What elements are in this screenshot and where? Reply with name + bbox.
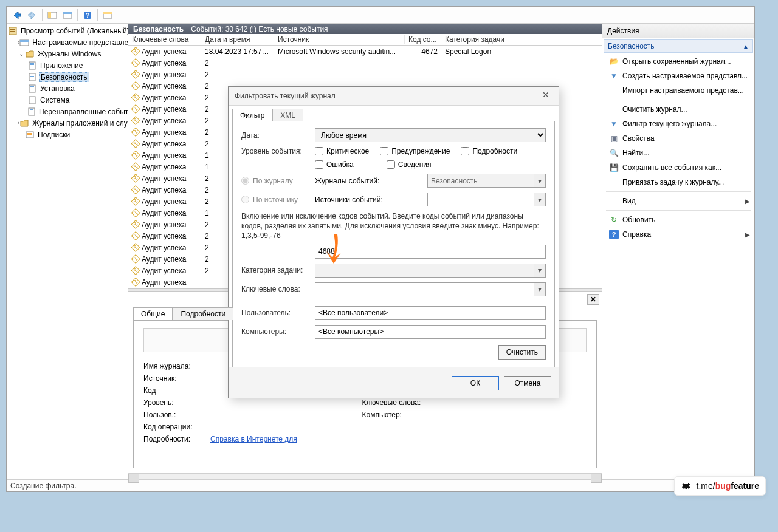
table-row[interactable]: ⚿Аудит успеха2 [128,57,602,69]
action-item[interactable]: ▼Создать настраиваемое представл... [602,69,754,83]
actions-header: Действия [602,24,754,38]
col-eventid[interactable]: Код со... [405,35,441,44]
svg-text:?: ? [86,12,90,19]
chk-critical[interactable]: Критическое [315,147,369,155]
action-item[interactable]: ↻Обновить [602,213,754,227]
action-icon: ▼ [609,71,619,81]
lbl-event-logs: Журналы событий: [315,177,379,185]
svg-rect-27 [27,134,32,135]
tree-forwarded[interactable]: Перенаправленные события [7,106,128,117]
list-title: Безопасность [133,25,184,33]
action-item[interactable]: Очистить журнал... [602,102,754,117]
dialog-tab-filter[interactable]: Фильтр [232,109,272,121]
tree-custom-views[interactable]: › Настраиваемые представления [7,36,128,48]
lbl-dlg-computers: Компьютеры: [241,327,311,336]
action-item[interactable]: Импорт настраиваемого представ... [602,83,754,98]
action-item[interactable]: 🔍Найти... [602,146,754,160]
event-viewer-window: ? Просмотр событий (Локальный) › Настраи… [6,6,755,492]
svg-rect-12 [20,40,29,42]
svg-rect-24 [30,109,33,110]
layout-button[interactable] [61,9,74,22]
watermark-badge: t.me/bugfeature [674,476,766,496]
user-input[interactable] [315,306,546,320]
navigation-tree[interactable]: Просмотр событий (Локальный) › Настраива… [7,24,128,479]
table-row[interactable]: ⚿Аудит успеха18.04.2023 17:57:52Microsof… [128,46,602,57]
tree-root[interactable]: Просмотр событий (Локальный) [7,25,128,36]
event-sources-combo[interactable] [427,193,546,206]
back-button[interactable] [10,9,24,22]
action-icon: ▣ [609,134,619,143]
table-row[interactable]: ⚿Аудит успеха2 [128,69,602,80]
forward-button[interactable] [26,9,39,22]
moreinfo-link[interactable]: Справка в Интернете для [210,435,297,443]
lbl-dlg-user: Пользователь: [241,309,311,317]
actions-section-header[interactable]: Безопасность▲ [604,39,753,53]
task-category-combo[interactable] [315,264,546,278]
svg-rect-22 [30,98,34,98]
action-item[interactable]: Вид▶ [602,194,754,208]
action-icon [609,177,619,187]
svg-rect-26 [27,133,32,134]
action-item[interactable]: 💾Сохранить все события как... [602,160,754,175]
action-icon: 📂 [609,56,619,66]
grid-header[interactable]: Ключевые слова Дата и время Источник Код… [128,34,602,46]
chk-verbose[interactable]: Подробности [461,147,517,155]
col-category[interactable]: Категория задачи [441,35,532,44]
clear-button[interactable]: Очистить [498,345,546,360]
lbl-task-category: Категория задачи: [241,266,311,275]
tree-application[interactable]: Приложение [7,60,128,71]
svg-rect-10 [10,31,15,32]
action-item[interactable]: ?Справка▶ [602,227,754,242]
radio-by-source [241,196,249,203]
show-tree-button[interactable] [46,9,59,22]
dialog-tab-xml[interactable]: XML [272,109,303,121]
logged-select[interactable]: Любое время [315,128,546,142]
lbl-logged: Дата: [241,131,311,140]
eventid-input[interactable] [315,245,546,259]
tree-setup[interactable]: Установка [7,83,128,94]
eventid-help: Включение или исключение кодов событий. … [241,211,546,241]
layout2-button[interactable] [101,9,114,22]
list-summary: Событий: 30 642 (!) Есть новые события [191,25,328,33]
col-source[interactable]: Источник [274,35,405,44]
chk-error[interactable]: Ошибка [315,160,354,169]
col-keywords[interactable]: Ключевые слова [128,35,201,44]
lbl-log-name: Имя журнала: [143,362,204,370]
svg-rect-13 [29,62,35,69]
action-icon: 🔍 [609,148,619,158]
action-item[interactable]: ▼Фильтр текущего журнала... [602,117,754,131]
lbl-keywords: Ключевые слова: [362,398,435,407]
horizontal-scrollbar[interactable] [128,473,602,479]
dialog-title: Фильтровать текущий журнал [229,87,559,105]
svg-rect-14 [30,63,34,64]
svg-rect-15 [30,64,34,65]
chk-warning[interactable]: Предупреждение [380,147,450,155]
tree-subscriptions[interactable]: › Подписки [7,129,128,140]
action-item[interactable]: ▣Свойства [602,131,754,146]
dialog-close-button[interactable]: ✕ [537,90,555,103]
lbl-dlg-keywords: Ключевые слова: [241,285,311,293]
detail-close-button[interactable]: ✕ [587,294,599,305]
svg-rect-16 [29,73,35,81]
action-icon: ▼ [609,119,619,129]
keywords-combo[interactable] [315,282,546,296]
cancel-button[interactable]: Отмена [504,376,551,390]
detail-tab-details[interactable]: Подробности [173,307,233,320]
help-button[interactable]: ? [81,9,94,22]
tree-system[interactable]: Система [7,94,128,106]
tree-apps-services[interactable]: › Журналы приложений и служб [7,117,128,129]
computers-input[interactable] [315,325,546,339]
chk-information[interactable]: Сведения [387,160,432,169]
svg-rect-1 [48,12,51,18]
tree-security[interactable]: Безопасность [7,71,128,83]
action-item[interactable]: Привязать задачу к журналу... [602,175,754,189]
lbl-event-sources: Источники событий: [315,196,383,204]
lbl-computer: Компьютер: [362,411,435,419]
tree-windows-logs[interactable]: ⌄ Журналы Windows [7,48,128,60]
detail-tab-general[interactable]: Общие [133,307,173,320]
action-item[interactable]: 📂Открыть сохраненный журнал... [602,54,754,69]
col-datetime[interactable]: Дата и время [201,35,274,44]
svg-rect-20 [30,86,34,87]
status-bar: Создание фильтра. [7,479,754,491]
ok-button[interactable]: ОК [452,376,499,390]
